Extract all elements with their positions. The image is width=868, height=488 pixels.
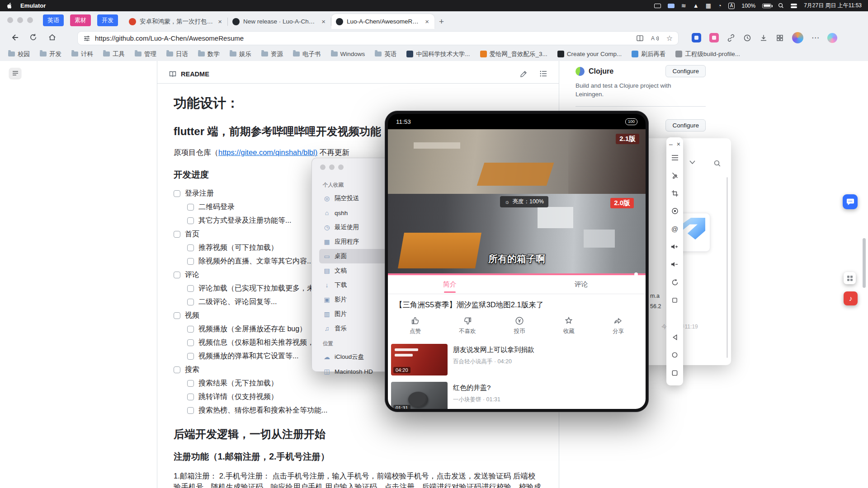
extension-blue-icon[interactable]: [692, 33, 701, 42]
read-aloud-icon[interactable]: A: [651, 35, 659, 42]
sidebar-item-airdrop[interactable]: ◎隔空投送: [319, 191, 389, 206]
bookmark-folder[interactable]: 开发: [40, 50, 61, 58]
sidebar-item-pictures[interactable]: ▥图片: [319, 307, 389, 321]
nav-home-button[interactable]: [670, 350, 680, 360]
configure-button[interactable]: Configure: [665, 119, 706, 131]
related-video-item[interactable]: 01:31 红色的井盖? 一小块姜饼 · 01:31: [388, 379, 646, 409]
sidebar-item-music[interactable]: ♫音乐: [319, 321, 389, 336]
browser-tab[interactable]: 安卓和鸿蒙，第一次打包鸿蒙... ×: [124, 14, 227, 29]
tab-group-pill[interactable]: 开发: [97, 14, 118, 26]
repo-link[interactable]: https://gitee.com/qinshah/blbl): [218, 148, 317, 156]
sidebar-item-icloud[interactable]: ☁iCloud云盘: [319, 350, 389, 364]
clock-app-icon[interactable]: ◔: [718, 3, 722, 9]
dislike-button[interactable]: 不喜欢: [459, 316, 476, 335]
zoom-window-button[interactable]: [338, 164, 344, 170]
link-icon[interactable]: [727, 34, 735, 42]
control-center-icon[interactable]: [791, 4, 797, 8]
page-scrollbar[interactable]: [863, 238, 866, 288]
rotate-screen-icon[interactable]: [670, 277, 680, 287]
minimize-window-button[interactable]: [17, 17, 23, 23]
extension-pink-icon[interactable]: [709, 33, 719, 42]
site-info-icon[interactable]: [83, 35, 90, 42]
outline-list-icon[interactable]: [540, 70, 547, 78]
nav-back-button[interactable]: [670, 332, 680, 343]
bookmark-folder[interactable]: 校园: [8, 50, 30, 58]
menubar-clock[interactable]: 7月27日 周日 上午11:53: [804, 2, 862, 9]
bookmark-folder[interactable]: Windows: [331, 51, 365, 57]
bookmark-item[interactable]: 刷后再看: [632, 50, 665, 58]
download-icon[interactable]: [760, 34, 768, 42]
bookmark-item[interactable]: 爱给网_音效配乐_3...: [480, 50, 547, 58]
bookmark-folder[interactable]: 英语: [375, 50, 396, 58]
bookmark-item[interactable]: Create your Comp...: [557, 51, 622, 57]
menubar-app-name[interactable]: Emulator: [20, 2, 46, 9]
favorite-star-icon[interactable]: ☆: [666, 34, 673, 42]
home-icon[interactable]: [48, 33, 57, 42]
tab-group-pill[interactable]: 英语: [43, 14, 64, 26]
search-icon[interactable]: [714, 160, 721, 167]
extensions-icon[interactable]: [776, 34, 784, 42]
input-source-icon[interactable]: A: [728, 3, 735, 9]
tab-group-pill[interactable]: 素材: [70, 14, 91, 26]
apple-menu-icon[interactable]: [6, 2, 12, 9]
chevron-down-icon[interactable]: [689, 160, 696, 167]
more-menu-icon[interactable]: ⋯: [811, 33, 819, 42]
chat-assistant-button[interactable]: [843, 194, 858, 209]
like-button[interactable]: 点赞: [410, 316, 421, 335]
screen-mirroring-icon[interactable]: [654, 4, 661, 8]
new-tab-button[interactable]: +: [439, 17, 444, 27]
sidebar-item-documents[interactable]: ▤文稿: [319, 263, 389, 278]
url-text[interactable]: https://github.com/Luo-A-Chen/AwesomeRes…: [95, 34, 632, 42]
nav-recents-button[interactable]: [670, 368, 680, 378]
favorite-button[interactable]: 收藏: [563, 316, 575, 335]
bookmark-folder[interactable]: 管理: [135, 50, 156, 58]
video-player[interactable]: 2.1版 2.0版 ☼亮度：100% 所有的箱子啊: [388, 129, 646, 275]
sidebar-item-applications[interactable]: ▦应用程序: [319, 235, 389, 249]
minimize-icon[interactable]: –: [669, 141, 673, 148]
refresh-icon[interactable]: [29, 33, 38, 42]
tab-close-icon[interactable]: ×: [424, 18, 430, 25]
tab-close-icon[interactable]: ×: [217, 18, 223, 25]
minimize-window-button[interactable]: [329, 164, 335, 170]
sidebar-item-movies[interactable]: ▣影片: [319, 292, 389, 307]
tab-close-icon[interactable]: ×: [321, 18, 326, 25]
spotlight-search-icon[interactable]: [778, 3, 784, 9]
bookmark-item[interactable]: 工程级build-profile...: [675, 50, 740, 58]
volume-up-icon[interactable]: [670, 241, 680, 252]
fullscreen-icon[interactable]: [670, 295, 680, 305]
bookmark-folder[interactable]: 数学: [198, 50, 220, 58]
bookmark-folder[interactable]: 电子书: [293, 50, 321, 58]
tab-intro[interactable]: 简介: [443, 280, 457, 289]
eject-icon[interactable]: ▲: [693, 3, 699, 9]
history-icon[interactable]: [743, 34, 751, 42]
share-button[interactable]: 分享: [613, 316, 624, 335]
chat-scrollbar[interactable]: [726, 177, 728, 358]
bookmark-folder[interactable]: 资源: [261, 50, 283, 58]
close-window-button[interactable]: [320, 164, 326, 170]
address-bar[interactable]: https://github.com/Luo-A-Chen/AwesomeRes…: [77, 31, 679, 45]
video-title[interactable]: 【三角洲S5赛季】潮汐监狱3D地图2.1版来了: [388, 294, 646, 312]
coin-button[interactable]: 投币: [514, 316, 525, 335]
zoom-window-button[interactable]: [27, 17, 33, 23]
sidebar-item-downloads[interactable]: ↓下载: [319, 278, 389, 292]
copilot-icon[interactable]: [827, 33, 837, 43]
sidebar-item-macintosh-hd[interactable]: ◫Macintosh HD: [319, 364, 389, 379]
browser-tab[interactable]: New release · Luo-A-Chen/Aw... ×: [228, 14, 331, 29]
crop-screenshot-icon[interactable]: [670, 188, 680, 198]
sidebar-item-home[interactable]: ⌂qshh: [319, 206, 389, 220]
bookmark-folder[interactable]: 计科: [71, 50, 93, 58]
edit-pencil-icon[interactable]: [520, 70, 527, 78]
browser-tab-active[interactable]: Luo-A-Chen/AwesomeResume... ×: [331, 14, 434, 29]
stylus-off-icon[interactable]: [670, 170, 680, 180]
display-icon[interactable]: [668, 4, 675, 8]
tab-comments[interactable]: 评论: [575, 280, 588, 289]
meeting-grid-icon[interactable]: ▦: [706, 3, 711, 9]
bookmark-folder[interactable]: 工具: [103, 50, 125, 58]
mention-icon[interactable]: @: [670, 224, 680, 234]
menu-icon[interactable]: [670, 152, 680, 163]
stage-manager-icon[interactable]: ≋: [681, 3, 686, 9]
sidebar-item-recents[interactable]: ◷最近使用: [319, 220, 389, 235]
split-screen-icon[interactable]: [636, 34, 644, 42]
battery-icon[interactable]: [762, 4, 771, 8]
close-icon[interactable]: ×: [677, 141, 680, 148]
